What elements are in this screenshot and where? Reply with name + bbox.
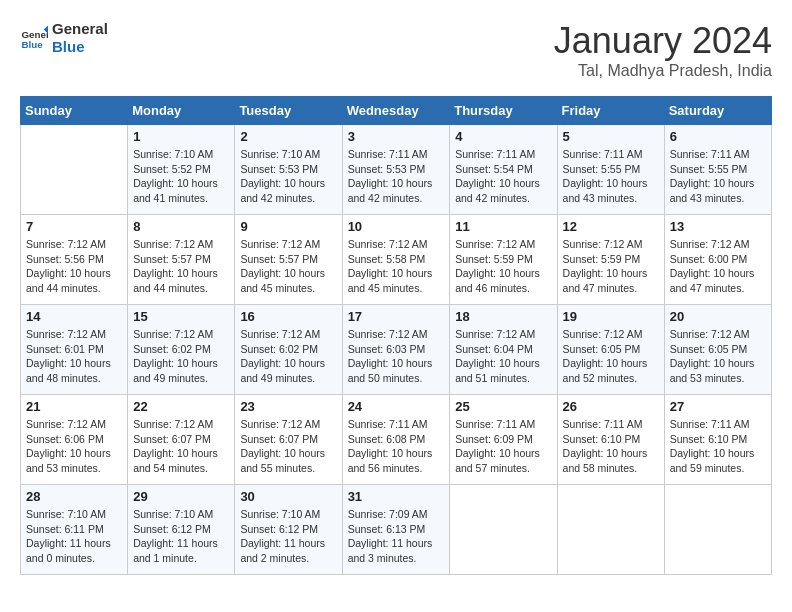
day-info: Sunrise: 7:12 AMSunset: 5:57 PMDaylight:… — [240, 237, 336, 296]
day-info: Sunrise: 7:11 AMSunset: 6:10 PMDaylight:… — [563, 417, 659, 476]
weekday-header-monday: Monday — [128, 97, 235, 125]
day-info: Sunrise: 7:10 AMSunset: 6:11 PMDaylight:… — [26, 507, 122, 566]
calendar-cell: 13Sunrise: 7:12 AMSunset: 6:00 PMDayligh… — [664, 215, 771, 305]
day-number: 21 — [26, 399, 122, 414]
calendar-cell: 24Sunrise: 7:11 AMSunset: 6:08 PMDayligh… — [342, 395, 450, 485]
calendar-cell: 25Sunrise: 7:11 AMSunset: 6:09 PMDayligh… — [450, 395, 557, 485]
day-info: Sunrise: 7:12 AMSunset: 6:01 PMDaylight:… — [26, 327, 122, 386]
calendar-table: SundayMondayTuesdayWednesdayThursdayFrid… — [20, 96, 772, 575]
calendar-cell: 14Sunrise: 7:12 AMSunset: 6:01 PMDayligh… — [21, 305, 128, 395]
weekday-header-sunday: Sunday — [21, 97, 128, 125]
calendar-cell — [664, 485, 771, 575]
calendar-cell: 30Sunrise: 7:10 AMSunset: 6:12 PMDayligh… — [235, 485, 342, 575]
day-info: Sunrise: 7:11 AMSunset: 6:08 PMDaylight:… — [348, 417, 445, 476]
page-header: General Blue General Blue January 2024 T… — [20, 20, 772, 80]
day-info: Sunrise: 7:12 AMSunset: 6:02 PMDaylight:… — [240, 327, 336, 386]
calendar-cell: 3Sunrise: 7:11 AMSunset: 5:53 PMDaylight… — [342, 125, 450, 215]
weekday-header-tuesday: Tuesday — [235, 97, 342, 125]
day-number: 28 — [26, 489, 122, 504]
day-info: Sunrise: 7:11 AMSunset: 5:54 PMDaylight:… — [455, 147, 551, 206]
day-info: Sunrise: 7:12 AMSunset: 6:06 PMDaylight:… — [26, 417, 122, 476]
calendar-cell — [450, 485, 557, 575]
weekday-header-friday: Friday — [557, 97, 664, 125]
day-info: Sunrise: 7:12 AMSunset: 5:59 PMDaylight:… — [455, 237, 551, 296]
day-info: Sunrise: 7:12 AMSunset: 6:05 PMDaylight:… — [563, 327, 659, 386]
day-number: 27 — [670, 399, 766, 414]
day-number: 3 — [348, 129, 445, 144]
day-number: 20 — [670, 309, 766, 324]
calendar-cell: 28Sunrise: 7:10 AMSunset: 6:11 PMDayligh… — [21, 485, 128, 575]
day-info: Sunrise: 7:12 AMSunset: 5:56 PMDaylight:… — [26, 237, 122, 296]
day-number: 19 — [563, 309, 659, 324]
week-row-3: 14Sunrise: 7:12 AMSunset: 6:01 PMDayligh… — [21, 305, 772, 395]
calendar-cell: 21Sunrise: 7:12 AMSunset: 6:06 PMDayligh… — [21, 395, 128, 485]
weekday-header-saturday: Saturday — [664, 97, 771, 125]
calendar-cell: 31Sunrise: 7:09 AMSunset: 6:13 PMDayligh… — [342, 485, 450, 575]
calendar-cell: 11Sunrise: 7:12 AMSunset: 5:59 PMDayligh… — [450, 215, 557, 305]
day-number: 12 — [563, 219, 659, 234]
day-info: Sunrise: 7:11 AMSunset: 5:55 PMDaylight:… — [563, 147, 659, 206]
calendar-cell: 7Sunrise: 7:12 AMSunset: 5:56 PMDaylight… — [21, 215, 128, 305]
calendar-cell: 27Sunrise: 7:11 AMSunset: 6:10 PMDayligh… — [664, 395, 771, 485]
calendar-cell: 17Sunrise: 7:12 AMSunset: 6:03 PMDayligh… — [342, 305, 450, 395]
logo-general: General — [52, 20, 108, 38]
day-number: 4 — [455, 129, 551, 144]
day-info: Sunrise: 7:10 AMSunset: 5:52 PMDaylight:… — [133, 147, 229, 206]
day-info: Sunrise: 7:12 AMSunset: 6:03 PMDaylight:… — [348, 327, 445, 386]
day-info: Sunrise: 7:11 AMSunset: 5:53 PMDaylight:… — [348, 147, 445, 206]
calendar-cell — [21, 125, 128, 215]
day-number: 8 — [133, 219, 229, 234]
day-number: 16 — [240, 309, 336, 324]
day-info: Sunrise: 7:12 AMSunset: 6:05 PMDaylight:… — [670, 327, 766, 386]
day-info: Sunrise: 7:12 AMSunset: 5:59 PMDaylight:… — [563, 237, 659, 296]
day-number: 14 — [26, 309, 122, 324]
title-block: January 2024 Tal, Madhya Pradesh, India — [554, 20, 772, 80]
day-info: Sunrise: 7:11 AMSunset: 6:10 PMDaylight:… — [670, 417, 766, 476]
calendar-cell: 16Sunrise: 7:12 AMSunset: 6:02 PMDayligh… — [235, 305, 342, 395]
logo: General Blue General Blue — [20, 20, 108, 56]
day-number: 9 — [240, 219, 336, 234]
day-number: 18 — [455, 309, 551, 324]
day-info: Sunrise: 7:12 AMSunset: 6:00 PMDaylight:… — [670, 237, 766, 296]
calendar-cell: 23Sunrise: 7:12 AMSunset: 6:07 PMDayligh… — [235, 395, 342, 485]
day-number: 26 — [563, 399, 659, 414]
day-info: Sunrise: 7:12 AMSunset: 6:04 PMDaylight:… — [455, 327, 551, 386]
day-number: 25 — [455, 399, 551, 414]
day-info: Sunrise: 7:10 AMSunset: 5:53 PMDaylight:… — [240, 147, 336, 206]
day-info: Sunrise: 7:11 AMSunset: 6:09 PMDaylight:… — [455, 417, 551, 476]
calendar-cell: 20Sunrise: 7:12 AMSunset: 6:05 PMDayligh… — [664, 305, 771, 395]
calendar-cell: 18Sunrise: 7:12 AMSunset: 6:04 PMDayligh… — [450, 305, 557, 395]
week-row-2: 7Sunrise: 7:12 AMSunset: 5:56 PMDaylight… — [21, 215, 772, 305]
weekday-header-wednesday: Wednesday — [342, 97, 450, 125]
calendar-cell: 9Sunrise: 7:12 AMSunset: 5:57 PMDaylight… — [235, 215, 342, 305]
calendar-cell: 8Sunrise: 7:12 AMSunset: 5:57 PMDaylight… — [128, 215, 235, 305]
weekday-header-row: SundayMondayTuesdayWednesdayThursdayFrid… — [21, 97, 772, 125]
day-number: 7 — [26, 219, 122, 234]
day-info: Sunrise: 7:12 AMSunset: 5:58 PMDaylight:… — [348, 237, 445, 296]
calendar-cell: 5Sunrise: 7:11 AMSunset: 5:55 PMDaylight… — [557, 125, 664, 215]
day-number: 10 — [348, 219, 445, 234]
day-number: 13 — [670, 219, 766, 234]
day-number: 23 — [240, 399, 336, 414]
calendar-cell: 12Sunrise: 7:12 AMSunset: 5:59 PMDayligh… — [557, 215, 664, 305]
day-number: 1 — [133, 129, 229, 144]
week-row-1: 1Sunrise: 7:10 AMSunset: 5:52 PMDaylight… — [21, 125, 772, 215]
day-info: Sunrise: 7:10 AMSunset: 6:12 PMDaylight:… — [133, 507, 229, 566]
day-info: Sunrise: 7:11 AMSunset: 5:55 PMDaylight:… — [670, 147, 766, 206]
day-number: 11 — [455, 219, 551, 234]
logo-icon: General Blue — [20, 24, 48, 52]
logo-blue: Blue — [52, 38, 108, 56]
calendar-cell: 22Sunrise: 7:12 AMSunset: 6:07 PMDayligh… — [128, 395, 235, 485]
weekday-header-thursday: Thursday — [450, 97, 557, 125]
day-number: 2 — [240, 129, 336, 144]
calendar-cell: 15Sunrise: 7:12 AMSunset: 6:02 PMDayligh… — [128, 305, 235, 395]
day-number: 17 — [348, 309, 445, 324]
week-row-5: 28Sunrise: 7:10 AMSunset: 6:11 PMDayligh… — [21, 485, 772, 575]
day-info: Sunrise: 7:12 AMSunset: 6:07 PMDaylight:… — [133, 417, 229, 476]
calendar-cell: 1Sunrise: 7:10 AMSunset: 5:52 PMDaylight… — [128, 125, 235, 215]
day-info: Sunrise: 7:12 AMSunset: 5:57 PMDaylight:… — [133, 237, 229, 296]
calendar-cell — [557, 485, 664, 575]
calendar-cell: 10Sunrise: 7:12 AMSunset: 5:58 PMDayligh… — [342, 215, 450, 305]
day-number: 31 — [348, 489, 445, 504]
day-info: Sunrise: 7:12 AMSunset: 6:07 PMDaylight:… — [240, 417, 336, 476]
